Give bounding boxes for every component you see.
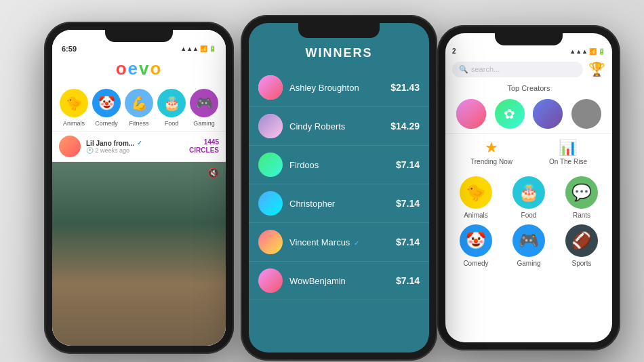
cat-food-label: Food <box>521 212 537 219</box>
winner-amount-1: $21.43 <box>390 82 420 93</box>
cat-rants[interactable]: 💬 Rants <box>558 176 605 219</box>
video-thumbnail[interactable]: 🔇 <box>52 162 226 346</box>
winner-name-1: Ashley Broughton <box>289 83 384 93</box>
gaming-circle: 🎮 <box>190 89 218 117</box>
user-avatar <box>59 136 81 157</box>
winner-row[interactable]: WowBenjamin $7.14 <box>249 262 429 300</box>
comedy-circle: 🤡 <box>92 89 121 117</box>
user-name: Lil Jano from... <box>86 140 134 147</box>
winner-amount-4: $7.14 <box>396 198 420 209</box>
app-logo: oevo <box>52 56 226 85</box>
phones-container: 6:59 ▲▲▲ 📶 🔋 oevo 🐤 <box>17 8 627 354</box>
winner-name-5: Vincent Marcus ✓ <box>289 237 389 247</box>
phone-middle: WINNERS Ashley Broughton $21.43 <box>241 15 437 361</box>
cat-gaming-label: Gaming <box>517 260 540 267</box>
cat-animals[interactable]: 🐤 Animals <box>452 176 500 219</box>
wifi-right: 📶 <box>589 48 597 55</box>
food-circle: 🎂 <box>157 89 186 117</box>
winner-amount-6: $7.14 <box>396 275 420 286</box>
winner-name-6: WowBenjamin <box>289 276 389 286</box>
cat-food-circle: 🎂 <box>512 176 545 209</box>
cat-food[interactable]: 🎂 Food <box>505 176 552 219</box>
winner-avatar-5 <box>258 230 283 254</box>
trophy-icon[interactable]: 🏆 <box>588 61 605 77</box>
mute-icon: 🔇 <box>207 167 219 178</box>
trending-now[interactable]: ★ Trending Now <box>470 139 512 165</box>
winner-avatar-2 <box>258 114 283 138</box>
category-animals[interactable]: 🐤 Animals <box>60 89 88 127</box>
cat-sports-label: Sports <box>572 260 592 267</box>
cat-comedy-label: Comedy <box>463 260 488 267</box>
battery-right: 🔋 <box>598 48 605 55</box>
left-status-bar: 6:59 ▲▲▲ 📶 🔋 <box>52 42 226 56</box>
winner-amount-3: $7.14 <box>396 159 420 170</box>
winner-name-4: Christopher <box>289 199 389 209</box>
fitness-circle: 💪 <box>125 89 153 117</box>
category-gaming[interactable]: 🎮 Gaming <box>190 89 218 127</box>
top-creators-label: Top Creators <box>445 81 612 95</box>
winner-row[interactable]: Ashley Broughton $21.43 <box>249 68 429 107</box>
winner-amount-2: $14.29 <box>390 121 420 132</box>
time-right: 2 <box>452 47 456 55</box>
logo-o2: o <box>150 58 162 79</box>
categories-row: 🐤 Animals 🤡 Comedy 💪 Fitness 🎂 Food <box>52 85 226 131</box>
fitness-label: Fitness <box>129 120 148 127</box>
on-the-rise[interactable]: 📊 On The Rise <box>549 139 587 165</box>
clock-icon: 🕐 <box>86 147 94 154</box>
search-placeholder: search... <box>471 65 500 73</box>
category-food[interactable]: 🎂 Food <box>157 89 186 127</box>
wifi-icon: 📶 <box>200 45 207 52</box>
trending-section: ★ Trending Now 📊 On The Rise <box>445 133 612 171</box>
cat-gaming[interactable]: 🎮 Gaming <box>505 224 552 267</box>
winner-avatar-6 <box>258 268 283 293</box>
winner-avatar-3 <box>258 153 283 177</box>
logo-e: e <box>128 58 139 79</box>
user-bar[interactable]: Lil Jano from... ✓ 🕐 2 weeks ago 1445 CI… <box>52 131 226 162</box>
rise-label: On The Rise <box>549 158 587 165</box>
creator-avatar-vine[interactable]: ✿ <box>495 99 525 129</box>
cat-gaming-circle: 🎮 <box>512 224 545 257</box>
category-fitness[interactable]: 💪 Fitness <box>125 89 153 127</box>
battery-icon: 🔋 <box>209 45 216 52</box>
gaming-label: Gaming <box>193 120 215 127</box>
signal-icon: ▲▲▲ <box>180 45 199 52</box>
search-icon: 🔍 <box>459 65 468 74</box>
creator-avatar-shadow[interactable] <box>571 99 601 129</box>
cat-rants-circle: 💬 <box>565 176 598 209</box>
user-time: 🕐 2 weeks ago <box>86 147 189 154</box>
chart-icon: 📊 <box>559 139 577 157</box>
animals-label: Animals <box>63 120 85 127</box>
right-status-bar: 2 ▲▲▲ 📶 🔋 <box>445 45 612 57</box>
phone-right: 2 ▲▲▲ 📶 🔋 🔍 search... 🏆 Top <box>437 25 620 350</box>
cat-sports-circle: 🏈 <box>565 224 598 257</box>
winner-row[interactable]: Vincent Marcus ✓ $7.14 <box>249 223 429 262</box>
status-icons-right: ▲▲▲ 📶 🔋 <box>569 48 605 55</box>
cat-animals-circle: 🐤 <box>460 176 492 209</box>
signal-right: ▲▲▲ <box>569 48 588 55</box>
star-icon: ★ <box>485 139 498 157</box>
notch-right <box>495 33 563 45</box>
comedy-label: Comedy <box>95 120 118 127</box>
cat-animals-label: Animals <box>464 212 488 219</box>
creator-avatar-1[interactable] <box>456 99 486 129</box>
phone-left: 6:59 ▲▲▲ 📶 🔋 oevo 🐤 <box>44 22 234 354</box>
notch-middle <box>298 23 380 38</box>
cat-sports[interactable]: 🏈 Sports <box>558 224 605 267</box>
winner-avatar-1 <box>258 75 283 100</box>
winner-row[interactable]: Firdoos $7.14 <box>249 146 429 184</box>
winner-row[interactable]: Christopher $7.14 <box>249 184 429 223</box>
categories-grid: 🐤 Animals 🎂 Food 💬 Rants 🤡 Comedy <box>445 171 612 273</box>
creator-avatar-3[interactable] <box>533 99 563 129</box>
winner-row[interactable]: Cindy Roberts $14.29 <box>249 107 429 146</box>
category-comedy[interactable]: 🤡 Comedy <box>92 89 121 127</box>
winner-name-2: Cindy Roberts <box>289 121 384 132</box>
winner-amount-5: $7.14 <box>396 237 420 247</box>
verified-icon-5: ✓ <box>354 239 359 247</box>
cat-comedy[interactable]: 🤡 Comedy <box>452 224 500 267</box>
creators-avatars: ✿ <box>445 95 612 133</box>
status-icons-left: ▲▲▲ 📶 🔋 <box>180 45 216 52</box>
winners-list: Ashley Broughton $21.43 Cindy Roberts $1… <box>249 68 429 353</box>
logo-o1: o <box>116 58 128 79</box>
search-bar[interactable]: 🔍 search... <box>452 62 583 77</box>
winner-name-3: Firdoos <box>289 160 389 170</box>
